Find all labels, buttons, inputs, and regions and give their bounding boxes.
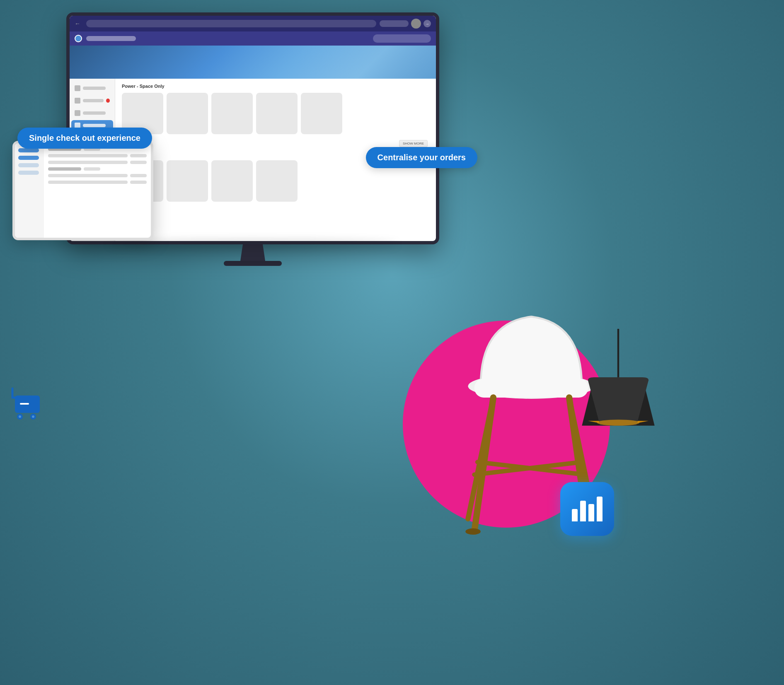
- tablet-sidebar-item[interactable]: [18, 148, 39, 152]
- chart-bar: [588, 504, 594, 521]
- location-icon: [75, 35, 82, 42]
- tablet-text-line: [130, 181, 147, 184]
- product-card[interactable]: [256, 160, 298, 202]
- address-bar: [86, 20, 376, 27]
- sidebar-item-checkins[interactable]: [71, 95, 113, 106]
- section3-title: Outfitting: [122, 207, 429, 212]
- tablet-row: [48, 161, 147, 164]
- tablet-sidebar-item[interactable]: [18, 163, 39, 167]
- grid-icon: [75, 85, 80, 91]
- tablet-sidebar: [15, 143, 44, 238]
- product-card[interactable]: [167, 160, 208, 202]
- checkout-bubble-text: Single check out experience: [29, 133, 140, 142]
- location-text: [86, 36, 136, 41]
- svg-rect-7: [474, 379, 588, 398]
- tablet-text-line: [48, 174, 128, 177]
- chart-bar: [580, 501, 586, 521]
- back-button[interactable]: ←: [75, 20, 83, 27]
- tablet-text-line: [48, 181, 128, 184]
- cart-icon-container: [9, 385, 46, 424]
- product-card[interactable]: [167, 93, 208, 134]
- sidebar-label: [83, 99, 104, 102]
- browser-topbar: ← →: [70, 16, 436, 31]
- show-more-button[interactable]: SHOW MORE: [399, 140, 428, 147]
- analytics-icon: [560, 482, 614, 536]
- lamp-svg: [581, 329, 656, 486]
- tablet-text-line: [48, 154, 128, 157]
- sidebar-item-media[interactable]: [71, 108, 113, 118]
- sidebar-label: [83, 87, 106, 90]
- tablet-sidebar-item[interactable]: [18, 171, 39, 175]
- lamp-decoration: [581, 329, 656, 486]
- hero-city-image: [216, 46, 436, 79]
- tablet-text-line: [130, 174, 147, 177]
- svg-point-14: [465, 528, 481, 535]
- cards-row-1: [122, 93, 429, 134]
- svg-point-4: [19, 415, 21, 418]
- product-card[interactable]: [211, 93, 253, 134]
- centralise-bubble-text: Centralise your orders: [377, 153, 466, 162]
- product-card[interactable]: [211, 160, 253, 202]
- tablet-row: [48, 181, 147, 184]
- tablet-text-line: [84, 167, 100, 171]
- back-arrow-icon: ←: [75, 20, 80, 27]
- centralise-bubble: Centralise your orders: [366, 147, 477, 168]
- tablet: [12, 141, 153, 240]
- sidebar-label-active: [83, 124, 106, 127]
- tablet-text-line: [130, 161, 147, 164]
- monitor-base: [224, 261, 282, 266]
- svg-rect-1: [20, 403, 29, 405]
- chart-bar: [572, 509, 578, 521]
- browser-subheader: [70, 31, 436, 46]
- tablet-row: [48, 167, 147, 171]
- logout-button[interactable]: →: [423, 20, 431, 27]
- tablet-text-line: [48, 161, 128, 164]
- section1-title: Power - Space Only: [122, 84, 429, 89]
- image-icon: [75, 110, 80, 116]
- tablet-text-line: [130, 154, 147, 157]
- check-icon: [75, 98, 80, 104]
- svg-point-17: [597, 420, 639, 426]
- checkout-bubble: Single check out experience: [17, 128, 152, 149]
- tablet-sidebar-item[interactable]: [18, 156, 39, 160]
- sidebar-item-dashboard[interactable]: [71, 83, 113, 94]
- product-card[interactable]: [301, 93, 342, 134]
- product-card[interactable]: [256, 93, 298, 134]
- topbar-action-btn: [380, 20, 409, 27]
- tablet-row: [48, 154, 147, 157]
- sidebar-label: [83, 111, 106, 115]
- svg-point-5: [32, 415, 34, 418]
- hero-banner: [70, 46, 436, 79]
- topbar-actions: →: [380, 19, 431, 29]
- avatar[interactable]: [411, 19, 421, 29]
- shopping-cart-icon: [9, 385, 46, 422]
- tablet-content: [44, 143, 151, 238]
- monitor-stand: [240, 244, 265, 261]
- bar-chart: [572, 497, 603, 521]
- tablet-row: [48, 174, 147, 177]
- search-input[interactable]: [373, 34, 431, 43]
- chart-bar: [597, 497, 603, 521]
- notification-badge: [106, 99, 110, 103]
- tablet-text-line: [48, 167, 81, 171]
